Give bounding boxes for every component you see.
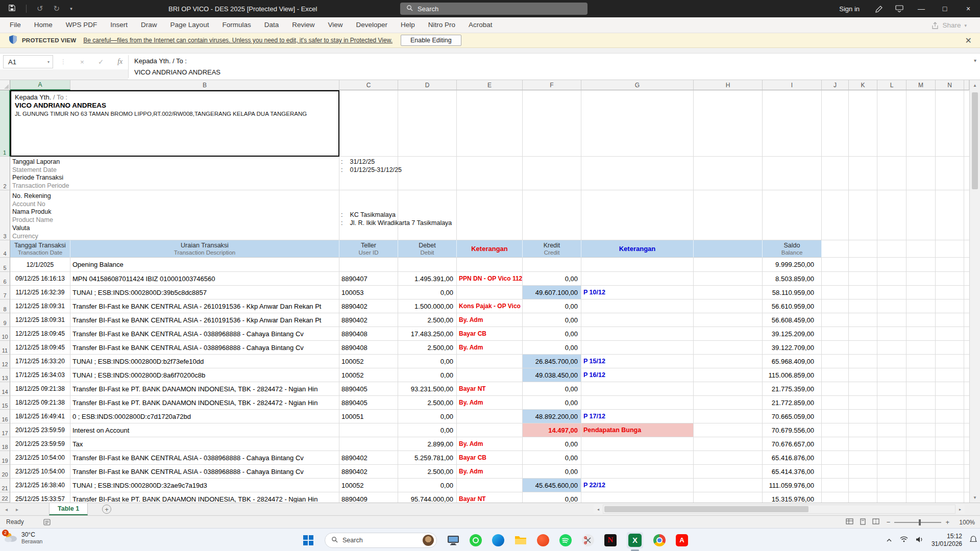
wifi-icon[interactable] (900, 536, 908, 544)
cell-empty[interactable] (877, 382, 906, 396)
cell-teller[interactable]: 8890402 (339, 313, 398, 327)
cell-empty[interactable] (877, 410, 906, 423)
row-header-5[interactable]: 5 (0, 258, 10, 272)
cell-empty[interactable] (694, 341, 763, 355)
page-layout-view-icon[interactable] (860, 518, 866, 527)
cell-empty[interactable] (694, 286, 763, 299)
whatsapp-icon[interactable] (470, 534, 482, 546)
horizontal-scroll-track[interactable] (603, 505, 955, 514)
empty-cell[interactable] (822, 240, 849, 258)
empty-cell[interactable] (822, 90, 849, 157)
cell-debit[interactable]: 2.500,00 (398, 341, 457, 355)
cell-empty[interactable] (694, 299, 763, 313)
zoom-in-icon[interactable]: + (945, 518, 949, 526)
column-header-E[interactable]: E (457, 80, 523, 90)
titlebar-search[interactable]: Search (400, 3, 587, 15)
cell-teller[interactable]: 100052 (339, 368, 398, 382)
insert-function-icon[interactable]: fx (117, 58, 122, 66)
row-header-3[interactable]: 3 (0, 190, 10, 240)
select-all-corner[interactable] (0, 80, 10, 90)
cell-credit[interactable]: 0,00 (523, 465, 581, 479)
recipient-cell[interactable]: Kepada Yth. / To : VICO ANDRIANO ANDREAS… (10, 90, 339, 157)
cell-credit[interactable]: 48.892.200,00 (523, 410, 581, 423)
cell-keterangan-credit[interactable] (581, 299, 694, 313)
cell-empty[interactable] (822, 423, 849, 437)
cell-empty[interactable] (822, 327, 849, 341)
cell-empty[interactable] (694, 465, 763, 479)
cell-date[interactable]: 17/12/25 16:33:20 (10, 355, 70, 368)
acrobat-icon[interactable]: A (676, 534, 688, 546)
row-header-8[interactable]: 8 (0, 299, 10, 313)
cell-empty[interactable] (906, 479, 936, 492)
cell-empty[interactable] (849, 368, 877, 382)
cell-keterangan-credit[interactable] (581, 465, 694, 479)
cell-empty[interactable] (694, 437, 763, 451)
cell-teller[interactable]: 100052 (339, 355, 398, 368)
cell-empty[interactable] (877, 437, 906, 451)
table-header-keterangan[interactable]: Keterangan (457, 240, 523, 258)
vertical-scrollbar[interactable]: ▲ ▼ (969, 80, 980, 503)
cell-description[interactable]: Transfer BI-Fast ke BANK CENTRAL ASIA - … (70, 299, 339, 313)
cell-empty[interactable] (849, 492, 877, 503)
cell-empty[interactable] (694, 451, 763, 465)
cell-empty[interactable] (906, 299, 936, 313)
cell-debit[interactable]: 2.500,00 (398, 313, 457, 327)
cell-date[interactable]: 12/12/25 18:09:45 (10, 341, 70, 355)
empty-cell[interactable] (877, 90, 906, 157)
cell-saldo[interactable]: 21.772.859,00 (763, 396, 822, 410)
ribbon-tab-page-layout[interactable]: Page Layout (164, 17, 216, 33)
cell-credit[interactable]: 14.497,00 (523, 423, 581, 437)
cell-empty[interactable] (849, 410, 877, 423)
cell-empty[interactable] (936, 341, 964, 355)
minimize-button[interactable]: — (910, 0, 933, 17)
cell-credit[interactable]: 0,00 (523, 396, 581, 410)
empty-cell[interactable] (822, 157, 849, 190)
table-header-teller[interactable]: TellerUser ID (339, 240, 398, 258)
cell-keterangan-credit[interactable] (581, 341, 694, 355)
cell-empty[interactable] (877, 451, 906, 465)
maximize-button[interactable]: □ (933, 0, 957, 17)
ribbon-tab-view[interactable]: View (321, 17, 349, 33)
scroll-right-icon[interactable]: ▸ (955, 505, 965, 514)
cell-debit[interactable]: 1.495.391,00 (398, 272, 457, 286)
close-button[interactable]: × (957, 0, 980, 17)
cell-empty[interactable] (906, 272, 936, 286)
row-header-17[interactable]: 17 (0, 423, 10, 437)
empty-cell[interactable] (849, 90, 877, 157)
cell-description[interactable]: Opening Balance (70, 258, 339, 272)
cell-credit[interactable]: 0,00 (523, 299, 581, 313)
cell-saldo[interactable]: 65.968.409,00 (763, 355, 822, 368)
save-icon[interactable] (8, 4, 16, 13)
cell-empty[interactable] (849, 396, 877, 410)
cell-empty[interactable] (906, 437, 936, 451)
cell-empty[interactable] (877, 272, 906, 286)
cell-credit[interactable]: 0,00 (523, 327, 581, 341)
cell-teller[interactable]: 100052 (339, 479, 398, 492)
cell-empty[interactable] (849, 355, 877, 368)
cell-keterangan-credit[interactable]: P 15/12 (581, 355, 694, 368)
row-header-22[interactable]: 22 (0, 492, 10, 503)
table-header-uraian-transaksi[interactable]: Uraian TransaksiTransaction Description (70, 240, 339, 258)
cell-keterangan-debit[interactable] (457, 355, 523, 368)
cell-saldo[interactable]: 65.416.876,00 (763, 451, 822, 465)
cell-teller[interactable] (339, 423, 398, 437)
cell-saldo[interactable]: 58.110.959,00 (763, 286, 822, 299)
cell-empty[interactable] (877, 396, 906, 410)
cell-empty[interactable] (849, 341, 877, 355)
spotify-icon[interactable] (559, 534, 572, 546)
cell-debit[interactable]: 0,00 (398, 368, 457, 382)
cell-empty[interactable] (694, 423, 763, 437)
row-header-19[interactable]: 19 (0, 451, 10, 465)
cell-keterangan-debit[interactable]: Kons Pajak - OP Vico 11 (457, 299, 523, 313)
cell-credit[interactable]: 0,00 (523, 272, 581, 286)
cell-empty[interactable] (906, 327, 936, 341)
cell-empty[interactable] (936, 272, 964, 286)
file-explorer-icon[interactable] (514, 534, 527, 546)
cell-saldo[interactable]: 70.665.059,00 (763, 410, 822, 423)
cell-empty[interactable] (936, 327, 964, 341)
normal-view-icon[interactable] (846, 518, 853, 526)
column-header-D[interactable]: D (398, 80, 457, 90)
cell-description[interactable]: Transfer BI-Fast ke BANK CENTRAL ASIA - … (70, 465, 339, 479)
sheet-tab-table-1[interactable]: Table 1 (49, 503, 88, 515)
cell-empty[interactable] (849, 423, 877, 437)
